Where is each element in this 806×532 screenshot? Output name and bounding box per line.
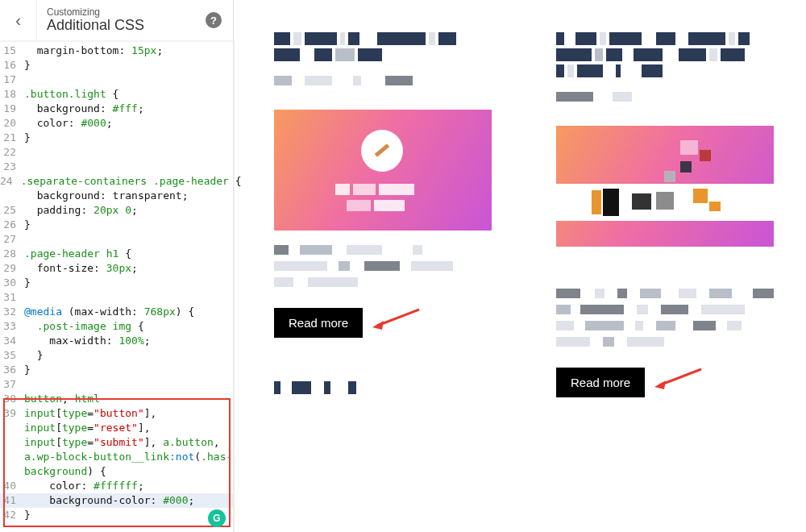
svg-marker-0 (372, 321, 384, 330)
post-card: Read more (274, 32, 500, 397)
code-line[interactable]: 29 font-size: 30px; (0, 261, 234, 276)
code-line[interactable]: 32@media (max-width: 768px) { (0, 305, 234, 319)
header-supertitle: Customizing (47, 7, 206, 18)
pixelated-excerpt (274, 245, 500, 290)
code-line[interactable]: 31 (0, 290, 234, 305)
pixelated-title (274, 32, 500, 61)
code-line[interactable]: 24.separate-containers .page-header { (0, 174, 234, 189)
code-line[interactable]: 19 background: #fff; (0, 102, 234, 116)
code-line[interactable]: 35 } (0, 348, 234, 363)
back-button[interactable]: ‹ (0, 0, 37, 40)
customizer-sidebar: ‹ Customizing Additional CSS ? 15 margin… (0, 0, 234, 532)
code-line[interactable]: 20 color: #000; (0, 116, 234, 131)
annotation-arrow-icon (653, 368, 709, 384)
code-line[interactable]: 38button, html (0, 392, 234, 406)
post-thumbnail[interactable] (556, 126, 774, 247)
pixelated-title (556, 32, 782, 77)
code-line[interactable]: 16} (0, 58, 234, 73)
code-line[interactable]: 28.page-header h1 { (0, 247, 234, 261)
grammarly-badge[interactable]: G (208, 509, 226, 527)
help-button[interactable]: ? (206, 12, 222, 28)
pixelated-title (274, 381, 500, 394)
code-line[interactable]: 23 (0, 160, 234, 174)
annotation-arrow-icon (371, 308, 427, 324)
code-line[interactable]: background) { (0, 464, 234, 479)
header-title: Additional CSS (47, 18, 206, 34)
code-line[interactable]: 22 (0, 145, 234, 160)
code-line[interactable]: 21} (0, 131, 234, 145)
code-line[interactable]: 15 margin-bottom: 15px; (0, 44, 234, 58)
read-more-button[interactable]: Read more (556, 368, 645, 397)
code-line[interactable]: 26} (0, 218, 234, 232)
pixelated-meta (556, 92, 782, 105)
svg-marker-1 (654, 380, 666, 389)
code-line[interactable]: a.wp-block-button__link:not(.has- (0, 450, 234, 464)
pixelated-excerpt (556, 289, 782, 350)
code-line[interactable]: 40 color: #ffffff; (0, 479, 234, 493)
code-line[interactable]: 17 (0, 73, 234, 87)
post-thumbnail[interactable] (274, 110, 492, 231)
code-line[interactable]: input[type="reset"], (0, 421, 234, 435)
pixelated-meta (274, 76, 500, 89)
code-line[interactable]: 36} (0, 363, 234, 377)
code-line[interactable]: 18.button.light { (0, 87, 234, 102)
code-line[interactable]: 39input[type="button"], (0, 406, 234, 421)
code-line[interactable]: 41 background-color: #000; (0, 493, 234, 508)
read-more-button[interactable]: Read more (274, 308, 363, 338)
site-preview: Read more (234, 0, 806, 532)
post-card: Read more (556, 32, 782, 397)
code-line[interactable]: 25 padding: 20px 0; (0, 203, 234, 218)
css-editor[interactable]: 15 margin-bottom: 15px;16}1718.button.li… (0, 42, 234, 532)
code-line[interactable]: 30} (0, 276, 234, 290)
code-line[interactable]: 42} (0, 508, 234, 522)
sidebar-header: ‹ Customizing Additional CSS ? (0, 0, 234, 40)
code-line[interactable]: 34 max-width: 100%; (0, 334, 234, 348)
code-line[interactable]: 33 .post-image img { (0, 319, 234, 334)
code-line[interactable]: 37 (0, 377, 234, 392)
code-line[interactable]: background: transparent; (0, 189, 234, 203)
code-line[interactable]: 27 (0, 232, 234, 247)
code-line[interactable]: input[type="submit"], a.button, (0, 435, 234, 450)
